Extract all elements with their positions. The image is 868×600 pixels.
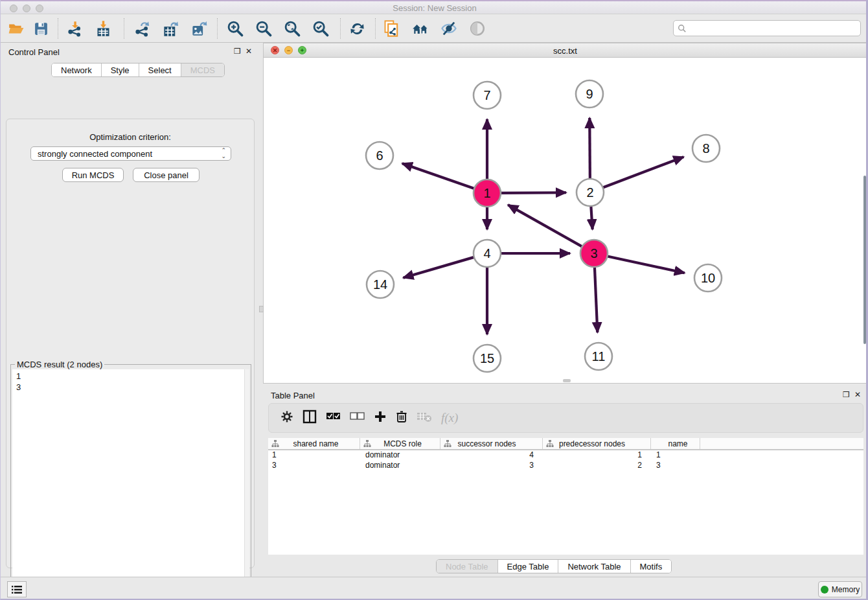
edge-1-2[interactable] (501, 192, 566, 193)
panel-splitter-handle[interactable] (259, 306, 264, 312)
attribute-icon (546, 440, 554, 448)
table-header-row: shared name MCDS role successor nodes pr… (268, 438, 863, 450)
column-header-successor-nodes[interactable]: successor nodes (440, 438, 543, 449)
optimization-criterion-label: Optimization criterion: (6, 132, 254, 142)
zoom-in-icon[interactable] (226, 19, 244, 38)
show-all-hidden-icon (468, 19, 486, 38)
close-panel-icon[interactable]: ✕ (246, 47, 252, 55)
table-cell[interactable]: 3 (651, 461, 700, 471)
hide-selected-icon[interactable] (440, 19, 458, 38)
network-view-window: ✕ − + scc.txt 7968124314101511 (263, 43, 867, 384)
new-network-from-selection-icon[interactable] (383, 19, 401, 38)
add-column-icon[interactable] (374, 410, 387, 426)
table-cell[interactable]: dominator (360, 461, 440, 471)
control-panel-title: Control Panel (8, 47, 60, 57)
table-cell[interactable]: dominator (360, 450, 440, 461)
edge-3-10[interactable] (608, 256, 685, 273)
attribute-icon (363, 440, 371, 448)
criterion-value: strongly connected component (38, 149, 152, 159)
mcds-panel-body: Optimization criterion: strongly connect… (6, 119, 255, 568)
toggle-column-panel-icon[interactable] (303, 410, 317, 426)
close-table-panel-icon[interactable]: ✕ (854, 391, 861, 398)
node-label-6: 6 (376, 148, 383, 163)
export-table-icon[interactable] (161, 19, 179, 38)
column-header-predecessor-nodes[interactable]: predecessor nodes (543, 438, 651, 449)
network-canvas[interactable]: 7968124314101511 (264, 58, 867, 383)
refresh-icon[interactable] (348, 19, 366, 38)
export-network-icon[interactable] (133, 19, 151, 38)
float-panel-icon[interactable]: ❒ (234, 47, 241, 55)
tab-edge-table[interactable]: Edge Table (498, 560, 559, 573)
edge-3-11[interactable] (595, 267, 597, 332)
edge-1-6[interactable] (402, 163, 474, 189)
toolbar-separator (58, 18, 58, 39)
table-cell[interactable]: 4 (440, 450, 543, 461)
table-cell[interactable]: 1 (268, 450, 360, 461)
zoom-selected-icon[interactable] (312, 19, 330, 38)
float-table-panel-icon[interactable]: ❒ (843, 391, 850, 398)
run-mcds-button[interactable]: Run MCDS (62, 168, 124, 182)
edge-4-14[interactable] (404, 257, 474, 278)
import-table-icon[interactable] (94, 19, 112, 38)
node-label-3: 3 (590, 246, 597, 260)
table-panel-title: Table Panel (271, 391, 315, 400)
delete-table-icon (417, 411, 432, 425)
mcds-result-textarea[interactable]: 1 3 (12, 369, 249, 600)
node-label-10: 10 (701, 271, 715, 285)
tab-select[interactable]: Select (139, 63, 181, 77)
search-input[interactable] (687, 24, 860, 33)
zoom-fit-icon[interactable] (283, 19, 301, 38)
table-cell[interactable]: 1 (651, 450, 700, 461)
save-session-icon[interactable] (32, 19, 50, 38)
edge-2-8[interactable] (603, 157, 684, 187)
memory-status-icon (821, 586, 828, 594)
memory-label: Memory (832, 585, 860, 594)
search-box[interactable] (673, 20, 861, 36)
list-icon (12, 585, 22, 594)
node-label-7: 7 (483, 88, 490, 102)
export-image-icon[interactable] (190, 19, 208, 38)
network-vertical-scrollbar[interactable] (863, 176, 866, 344)
tab-motifs[interactable]: Motifs (631, 560, 672, 573)
memory-button[interactable]: Memory (818, 581, 862, 597)
open-session-icon[interactable] (7, 19, 25, 38)
deselect-all-columns-icon[interactable] (350, 412, 365, 424)
table-row[interactable]: 1dominator411 (268, 450, 863, 461)
table-cell[interactable]: 3 (440, 461, 543, 471)
network-horizontal-scrollbar[interactable] (563, 379, 571, 382)
table-row[interactable]: 3dominator323 (268, 461, 863, 471)
criterion-dropdown[interactable]: strongly connected component ⌃⌄ (30, 146, 231, 161)
tab-style[interactable]: Style (102, 63, 139, 77)
edge-2-9[interactable] (589, 118, 590, 179)
network-graph[interactable]: 7968124314101511 (264, 58, 867, 383)
table-body[interactable]: 1dominator4113dominator323 (268, 450, 863, 471)
select-all-columns-icon[interactable] (326, 412, 341, 424)
table-cell[interactable]: 2 (543, 461, 651, 471)
edge-3-1[interactable] (508, 205, 582, 247)
table-cell[interactable]: 3 (268, 461, 360, 471)
column-header-mcds-role[interactable]: MCDS role (360, 438, 440, 449)
mcds-result-groupbox: MCDS result (2 nodes) 1 3 (10, 364, 251, 600)
column-header-shared-name[interactable]: shared name (268, 438, 360, 449)
search-icon (678, 24, 687, 33)
import-network-icon[interactable] (65, 19, 84, 38)
node-label-8: 8 (702, 141, 709, 156)
edge-2-3[interactable] (591, 206, 592, 229)
node-table[interactable]: shared name MCDS role successor nodes pr… (268, 438, 863, 555)
tab-network-table[interactable]: Network Table (558, 560, 630, 573)
network-window-titlebar[interactable]: ✕ − + scc.txt (264, 43, 867, 58)
table-cell[interactable]: 1 (543, 450, 651, 461)
tab-mcds[interactable]: MCDS (181, 63, 224, 77)
tab-node-table[interactable]: Node Table (437, 560, 498, 573)
result-scrollbar[interactable] (244, 369, 249, 600)
column-settings-icon[interactable] (280, 410, 293, 426)
first-neighbors-icon[interactable] (411, 19, 429, 38)
close-panel-button[interactable]: Close panel (133, 168, 200, 182)
attribute-icon (271, 440, 279, 448)
task-history-button[interactable] (7, 581, 27, 597)
column-header-name[interactable]: name (651, 438, 700, 449)
delete-column-icon[interactable] (396, 410, 407, 426)
tab-network[interactable]: Network (52, 63, 102, 77)
zoom-out-icon[interactable] (255, 19, 273, 38)
control-panel-tabs: Network Style Select MCDS (51, 63, 225, 77)
